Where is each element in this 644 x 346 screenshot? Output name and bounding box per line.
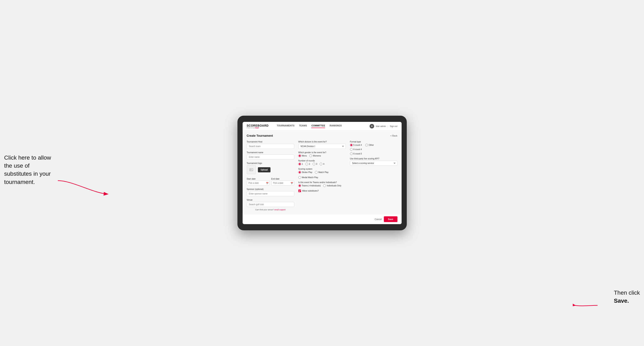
save-button[interactable]: Save bbox=[384, 216, 398, 222]
form-col-2: Which division is the event for? NCAA Di… bbox=[298, 141, 346, 211]
tablet-screen: SCOREBOARD Powered by clippd TOURNAMENTS… bbox=[242, 122, 402, 224]
gender-mens-label: Mens bbox=[302, 155, 307, 157]
calendar-icon: 📅 bbox=[266, 182, 268, 184]
sponsor-input[interactable] bbox=[247, 191, 294, 196]
event-type-group: Is this event for Teams and/or Individua… bbox=[298, 181, 346, 187]
svg-point-3 bbox=[250, 169, 251, 170]
page-header: Create Tournament < Back bbox=[247, 134, 398, 137]
substitutes-label: Allow substitutes? bbox=[302, 190, 319, 192]
rounds-2[interactable]: 2 bbox=[306, 163, 310, 165]
scoring-medal-match-play[interactable]: Medal Match Play bbox=[298, 176, 318, 179]
format-6count5[interactable]: 6 count 5 bbox=[350, 152, 362, 155]
logo: SCOREBOARD Powered by clippd bbox=[247, 124, 269, 129]
scoring-radio-group: Stroke Play Match Play Medal Match Play bbox=[298, 171, 346, 179]
cancel-button[interactable]: Cancel bbox=[375, 218, 382, 220]
format-other[interactable]: Other bbox=[365, 144, 374, 146]
annotation-right-text2: Save. bbox=[614, 298, 629, 304]
bottom-bar: Cancel Save bbox=[242, 214, 402, 224]
nav-committee[interactable]: COMMITTEE bbox=[311, 124, 325, 128]
scoring-system-group: Scoring system Stroke Play Match Play bbox=[298, 168, 346, 179]
division-select[interactable]: NCAA Division I bbox=[298, 144, 346, 149]
event-type-label: Is this event for Teams and/or Individua… bbox=[298, 181, 346, 183]
logo-upload-area: Upload bbox=[247, 165, 294, 174]
start-date-label: Start date bbox=[247, 178, 256, 180]
nav-links: TOURNAMENTS TEAMS COMMITTEE RANKINGS bbox=[277, 124, 364, 128]
venue-input[interactable] bbox=[247, 202, 294, 207]
tournament-name-group: Tournament name bbox=[247, 151, 294, 160]
division-label: Which division is the event for? bbox=[298, 141, 346, 143]
logo-powered-by: Powered by clippd bbox=[247, 127, 269, 129]
dates-group: Start date 📅 End date 📅 bbox=[247, 177, 294, 185]
tournament-host-input[interactable] bbox=[247, 144, 294, 149]
scoring-stroke-play[interactable]: Stroke Play bbox=[298, 171, 312, 173]
scoring-system-label: Scoring system bbox=[298, 168, 346, 170]
division-group: Which division is the event for? NCAA Di… bbox=[298, 141, 346, 149]
format-radio-group: 5 count 4 Other bbox=[350, 144, 398, 146]
gender-mens[interactable]: Mens bbox=[298, 155, 307, 157]
avatar: B bbox=[370, 124, 374, 129]
nav-tournaments[interactable]: TOURNAMENTS bbox=[277, 124, 294, 128]
date-row: Start date 📅 End date 📅 bbox=[247, 177, 294, 185]
form-col-3: Format type 5 count 4 Other bbox=[350, 141, 398, 211]
tournament-logo-group: Tournament logo Upload bbox=[247, 162, 294, 174]
gender-womens-label: Womens bbox=[313, 155, 321, 157]
page-title: Create Tournament bbox=[247, 134, 273, 137]
sign-out-link[interactable]: Sign out bbox=[390, 125, 398, 127]
gender-womens[interactable]: Womens bbox=[309, 155, 321, 157]
substitutes-group: Allow substitutes? bbox=[298, 189, 346, 192]
end-date-label: End date bbox=[271, 178, 280, 180]
tournament-logo-label: Tournament logo bbox=[247, 162, 294, 164]
arrow-left-icon bbox=[56, 176, 110, 197]
sponsor-group: Sponsor (optional) bbox=[247, 188, 294, 196]
rounds-4[interactable]: 4 bbox=[320, 163, 324, 165]
venue-label: Venue bbox=[247, 199, 294, 201]
nav-rankings[interactable]: RANKINGS bbox=[330, 124, 342, 128]
event-type-individuals[interactable]: Individuals Only bbox=[323, 184, 341, 187]
tablet-frame: SCOREBOARD Powered by clippd TOURNAMENTS… bbox=[238, 116, 407, 230]
venue-help: Can't find your venue? email support bbox=[247, 209, 294, 211]
event-type-teams[interactable]: Teams (+Individuals) bbox=[298, 184, 321, 187]
logo-scoreboard: SCOREBOARD bbox=[247, 124, 269, 127]
scoring-api-label: Use third-party live scoring API? bbox=[350, 158, 398, 160]
scoring-match-play[interactable]: Match Play bbox=[315, 171, 328, 173]
gender-radio-group: Mens Womens bbox=[298, 155, 346, 157]
logo-clippd: clippd bbox=[254, 127, 259, 129]
form-col-1: Tournament Host Tournament name Tourname… bbox=[247, 141, 294, 211]
scoring-api-select[interactable]: Select a scoring service bbox=[350, 161, 398, 166]
format-type-label: Format type bbox=[350, 141, 398, 143]
rounds-label: Number of rounds bbox=[298, 160, 346, 162]
nav-bar: SCOREBOARD Powered by clippd TOURNAMENTS… bbox=[242, 122, 402, 131]
page-content: Create Tournament < Back Tournament Host… bbox=[242, 131, 402, 214]
upload-button[interactable]: Upload bbox=[258, 167, 271, 173]
back-button[interactable]: < Back bbox=[390, 135, 398, 137]
format-5count4[interactable]: 5 count 4 bbox=[350, 144, 362, 146]
venue-email-link[interactable]: email support bbox=[274, 209, 286, 211]
logo-placeholder bbox=[247, 165, 256, 174]
nav-username: blair admin bbox=[376, 125, 386, 127]
nav-teams[interactable]: TEAMS bbox=[299, 124, 307, 128]
scoring-api-group: Use third-party live scoring API? Select… bbox=[350, 158, 398, 166]
rounds-1[interactable]: 1 bbox=[298, 163, 303, 165]
substitutes-checkbox-item[interactable]: Allow substitutes? bbox=[298, 189, 346, 192]
gender-group: Which gender is the event for? Mens Wome… bbox=[298, 151, 346, 157]
nav-user-area: B blair admin | Sign out bbox=[370, 124, 397, 129]
rounds-3[interactable]: 3 bbox=[312, 163, 317, 165]
venue-group: Venue Can't find your venue? email suppo… bbox=[247, 199, 294, 211]
annotation-left-text: Click here to allow the use of substitut… bbox=[4, 155, 51, 185]
rounds-group: Number of rounds 1 2 bbox=[298, 160, 346, 165]
calendar-icon-end: 📅 bbox=[290, 182, 293, 184]
rounds-radio-group: 1 2 3 4 bbox=[298, 163, 346, 165]
annotation-right: Then click Save. bbox=[614, 289, 640, 305]
event-type-radio-group: Teams (+Individuals) Individuals Only bbox=[298, 184, 346, 187]
sponsor-label: Sponsor (optional) bbox=[247, 188, 294, 190]
tournament-name-label: Tournament name bbox=[247, 151, 294, 154]
substitutes-checkbox[interactable] bbox=[298, 189, 301, 192]
gender-label: Which gender is the event for? bbox=[298, 151, 346, 154]
annotation-right-text1: Then click bbox=[614, 290, 640, 296]
form-columns: Tournament Host Tournament name Tourname… bbox=[247, 141, 398, 211]
tournament-name-input[interactable] bbox=[247, 155, 294, 160]
annotation-left: Click here to allow the use of substitut… bbox=[4, 154, 58, 186]
format-type-group: Format type 5 count 4 Other bbox=[350, 141, 398, 155]
format-6count4[interactable]: 6 count 4 bbox=[350, 148, 362, 151]
tournament-host-group: Tournament Host bbox=[247, 141, 294, 149]
